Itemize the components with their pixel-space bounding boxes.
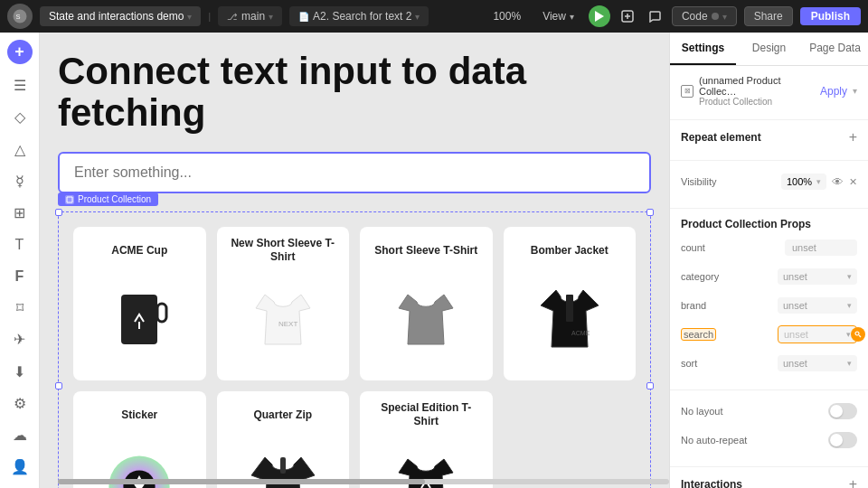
sidebar-icon-download[interactable]: ⬇: [5, 358, 34, 386]
tab-project[interactable]: State and interactions demo ▾: [40, 6, 201, 26]
share-button[interactable]: Share: [744, 6, 793, 26]
prop-label-count: count: [681, 242, 705, 253]
svg-marker-2: [595, 11, 604, 22]
product-card-1[interactable]: New Short Sleeve T-Shirt NEXT: [217, 227, 350, 380]
prop-label-category: category: [681, 271, 719, 282]
add-element-button[interactable]: +: [7, 40, 33, 64]
scrollbar-thumb[interactable]: [58, 479, 425, 484]
visibility-controls: 100% ▾ 👁 ✕: [781, 174, 857, 190]
no-layout-toggle[interactable]: [828, 403, 857, 419]
sidebar-icon-shapes[interactable]: ◇: [5, 103, 34, 131]
zoom-control[interactable]: 100%: [486, 10, 528, 23]
sidebar-icon-triangle[interactable]: △: [5, 136, 34, 164]
collection-name: (unnamed Product Collec…: [699, 75, 815, 97]
no-layout-label: No layout: [681, 406, 722, 417]
sidebar-icon-interact[interactable]: ✈: [5, 325, 34, 353]
svg-rect-6: [157, 304, 166, 322]
code-chevron: ▾: [722, 12, 727, 22]
tab-design[interactable]: Design: [736, 33, 802, 65]
handle-mr[interactable]: [646, 382, 654, 389]
prop-value-count[interactable]: unset: [785, 239, 857, 256]
product-img-2: [369, 272, 484, 371]
sidebar-icon-menu[interactable]: ☰: [5, 71, 34, 99]
visibility-chevron: ▾: [816, 177, 821, 186]
product-img-0: [82, 272, 197, 371]
prop-row-count: count unset: [681, 236, 857, 259]
tab-design-label: Design: [752, 42, 786, 54]
visibility-eye-icon[interactable]: 👁: [832, 175, 844, 189]
prop-label-sort: sort: [681, 358, 697, 369]
prop-select-brand[interactable]: unset ▾: [778, 297, 857, 314]
view-chevron: ▾: [570, 12, 574, 22]
interactions-title: Interactions: [681, 478, 742, 488]
repeat-section: Repeat element +: [670, 120, 868, 161]
prop-select-search[interactable]: unset ▾: [778, 325, 857, 343]
sidebar-icon-data[interactable]: ☿: [5, 167, 34, 195]
publish-label: Publish: [811, 10, 850, 23]
search-input[interactable]: [58, 152, 651, 193]
visibility-row: Visibility 100% ▾ 👁 ✕: [681, 170, 857, 193]
product-card-4[interactable]: Sticker: [73, 391, 206, 488]
prop-row-category: category unset ▾: [681, 265, 857, 288]
props-title: Product Collection Props: [681, 218, 811, 230]
comment-button[interactable]: [645, 6, 665, 26]
product-name-0: ACME Cup: [82, 236, 197, 265]
collection-info: (unnamed Product Collec… Product Collect…: [699, 75, 815, 107]
collection-row: ⊠ (unnamed Product Collec… Product Colle…: [681, 75, 857, 107]
sidebar-icon-settings[interactable]: ⚙: [5, 389, 34, 418]
publish-button[interactable]: Publish: [800, 7, 861, 25]
sidebar-icon-text[interactable]: T: [5, 230, 34, 258]
prop-val-sort: unset: [783, 358, 807, 369]
tab-branch[interactable]: ⎇ main ▾: [218, 6, 282, 26]
canvas-scrollbar[interactable]: [58, 479, 669, 484]
tab-project-label: State and interactions demo: [49, 10, 184, 23]
interactions-add[interactable]: +: [849, 476, 857, 488]
interactions-section: Interactions +: [670, 467, 868, 488]
page-icon: 📄: [298, 12, 309, 22]
handle-tr[interactable]: [646, 209, 654, 216]
prop-select-category[interactable]: unset ▾: [778, 268, 857, 285]
visibility-value[interactable]: 100% ▾: [781, 174, 826, 190]
sidebar-icon-cloud[interactable]: ☁: [5, 421, 34, 449]
collection-sub: Product Collection: [699, 97, 815, 107]
handle-tl[interactable]: [55, 209, 62, 216]
code-label: Code: [682, 10, 708, 23]
main-area: + ☰ ◇ △ ☿ ⊞ T F ⌑ ✈ ⬇ ⚙ ☁ 👤 Connect text…: [0, 33, 868, 488]
branch-icon: ⎇: [227, 12, 238, 22]
sidebar-icon-user[interactable]: 👤: [5, 453, 34, 481]
preview-button[interactable]: [618, 6, 637, 26]
tab-pagedata[interactable]: Page Data: [802, 33, 868, 65]
tab-settings[interactable]: Settings: [670, 33, 736, 65]
code-button[interactable]: Code ▾: [672, 6, 737, 26]
view-control[interactable]: View ▾: [535, 10, 581, 23]
repeat-add[interactable]: +: [849, 129, 857, 145]
sidebar-icon-grid[interactable]: ⊞: [5, 199, 34, 227]
product-card-3[interactable]: Bomber Jacket ACME: [504, 227, 637, 380]
prop-select-sort[interactable]: unset ▾: [778, 355, 857, 371]
product-card-0[interactable]: ACME Cup: [73, 227, 206, 380]
play-button[interactable]: [589, 5, 610, 27]
visibility-hide-icon[interactable]: ✕: [849, 176, 857, 188]
search-indicator: [851, 327, 865, 342]
sidebar-icon-font[interactable]: F: [5, 262, 34, 290]
sidebar-icon-component[interactable]: ⌑: [5, 294, 34, 322]
prop-val-search: unset: [784, 329, 808, 340]
product-card-5[interactable]: Quarter Zip: [217, 391, 350, 488]
svg-line-17: [859, 335, 861, 337]
brand-arrow: ▾: [847, 301, 852, 310]
right-panel: Settings Design Page Data ⊠ (unnamed Pro…: [669, 33, 868, 488]
product-card-6[interactable]: Special Edition T-Shirt: [360, 391, 493, 488]
prop-val-brand: unset: [783, 300, 807, 311]
logo: S: [7, 4, 33, 29]
tab-page[interactable]: 📄 A2. Search for text 2 ▾: [289, 6, 429, 26]
code-dot: [712, 13, 719, 20]
product-card-2[interactable]: Short Sleeve T-Shirt: [360, 227, 493, 380]
handle-ml[interactable]: [55, 382, 62, 389]
page-chevron: ▾: [415, 12, 420, 22]
no-auto-repeat-toggle[interactable]: [828, 432, 857, 448]
product-name-4: Sticker: [82, 400, 197, 429]
no-auto-repeat-label: No auto-repeat: [681, 435, 747, 446]
apply-button[interactable]: Apply: [820, 85, 847, 98]
collection-chevron[interactable]: ▾: [853, 86, 857, 96]
svg-text:S: S: [16, 13, 21, 21]
